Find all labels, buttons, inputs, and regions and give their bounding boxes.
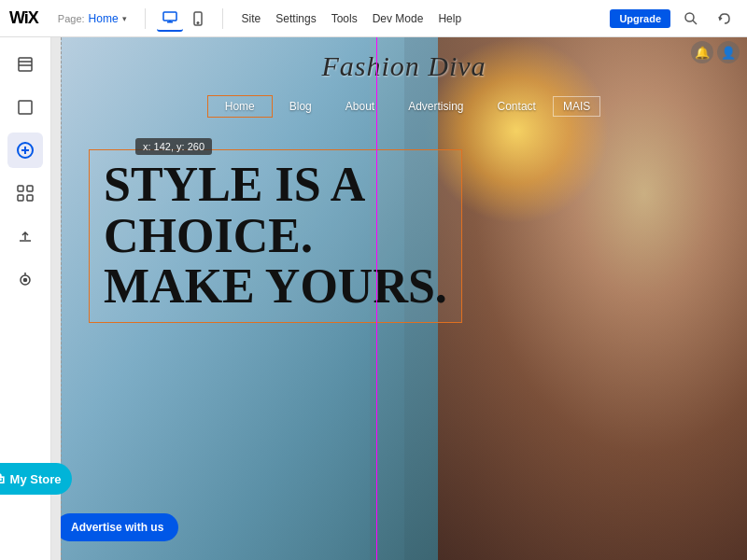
left-toolbar: 🛍 My Store bbox=[0, 37, 51, 560]
nav-home[interactable]: Home bbox=[207, 95, 273, 118]
topbar: WiX Page: Home ▾ Site Settings Tools Dev… bbox=[0, 0, 747, 37]
divider2 bbox=[222, 8, 223, 29]
svg-rect-14 bbox=[18, 186, 23, 191]
blog-tool-button[interactable] bbox=[7, 261, 43, 297]
svg-rect-16 bbox=[18, 195, 23, 201]
nav-advertising[interactable]: Advertising bbox=[391, 96, 480, 117]
svg-rect-7 bbox=[19, 58, 32, 71]
svg-rect-15 bbox=[27, 186, 33, 191]
hero-text[interactable]: STYLE IS A CHOICE. MAKE YOURS. bbox=[89, 149, 462, 323]
nav-blog[interactable]: Blog bbox=[273, 96, 329, 117]
svg-rect-10 bbox=[19, 101, 32, 114]
store-icon: 🛍 bbox=[0, 470, 5, 487]
undo-button[interactable] bbox=[712, 6, 738, 32]
nav-settings[interactable]: Settings bbox=[275, 8, 316, 29]
nav-bar: Home Blog About Advertising Contact MAIS bbox=[61, 95, 747, 118]
nav-mais[interactable]: MAIS bbox=[553, 96, 600, 117]
hero-text-line1: STYLE IS A bbox=[104, 160, 447, 211]
main-layout: 🛍 My Store Fashion Diva Home Blog bbox=[0, 37, 747, 560]
search-button[interactable] bbox=[678, 6, 704, 32]
desktop-device-button[interactable] bbox=[157, 6, 183, 32]
notification-area: 🔔 👤 bbox=[691, 41, 740, 63]
my-store-button[interactable]: 🛍 My Store bbox=[0, 463, 72, 495]
nav-devmode[interactable]: Dev Mode bbox=[373, 8, 424, 29]
page-label: Page: bbox=[58, 13, 85, 24]
mobile-device-button[interactable] bbox=[185, 6, 211, 32]
top-nav-menu: Site Settings Tools Dev Mode Help bbox=[242, 8, 461, 29]
hero-text-line3: MAKE YOURS. bbox=[104, 261, 447, 313]
pages-tool-button[interactable] bbox=[7, 47, 43, 82]
advertise-button[interactable]: Advertise with us bbox=[61, 513, 178, 541]
upgrade-button[interactable]: Upgrade bbox=[610, 9, 670, 28]
upload-tool-button[interactable] bbox=[7, 218, 43, 254]
site-header: Fashion Diva bbox=[61, 37, 747, 88]
svg-point-5 bbox=[685, 13, 694, 21]
hero-text-line2: CHOICE. bbox=[104, 211, 447, 262]
page-name: Home bbox=[89, 12, 119, 25]
apps-tool-button[interactable] bbox=[7, 175, 43, 211]
device-icons bbox=[157, 6, 211, 32]
nav-site[interactable]: Site bbox=[242, 8, 261, 29]
website-preview: Fashion Diva Home Blog About Advertising… bbox=[61, 37, 747, 560]
user-icon[interactable]: 👤 bbox=[717, 41, 740, 63]
svg-rect-17 bbox=[27, 195, 33, 201]
hero-section: Fashion Diva Home Blog About Advertising… bbox=[61, 37, 747, 560]
canvas-area[interactable]: Fashion Diva Home Blog About Advertising… bbox=[51, 37, 747, 560]
divider bbox=[145, 8, 146, 29]
svg-point-4 bbox=[197, 21, 199, 23]
svg-point-19 bbox=[24, 279, 27, 282]
page-selector[interactable]: Page: Home ▾ bbox=[51, 8, 134, 29]
layers-tool-button[interactable] bbox=[7, 90, 43, 125]
svg-rect-0 bbox=[163, 12, 176, 21]
site-logo: Fashion Diva bbox=[61, 50, 747, 82]
chevron-down-icon: ▾ bbox=[122, 14, 127, 23]
add-tool-button[interactable] bbox=[7, 133, 43, 168]
nav-contact[interactable]: Contact bbox=[481, 96, 553, 117]
nav-about[interactable]: About bbox=[329, 96, 391, 117]
bell-icon[interactable]: 🔔 bbox=[691, 41, 713, 63]
my-store-label: My Store bbox=[10, 472, 62, 486]
svg-rect-1 bbox=[167, 21, 173, 23]
nav-help[interactable]: Help bbox=[438, 8, 461, 29]
nav-tools[interactable]: Tools bbox=[331, 8, 358, 29]
wix-logo: WiX bbox=[9, 8, 38, 28]
svg-line-6 bbox=[693, 21, 697, 24]
topbar-actions: Upgrade bbox=[610, 6, 738, 32]
